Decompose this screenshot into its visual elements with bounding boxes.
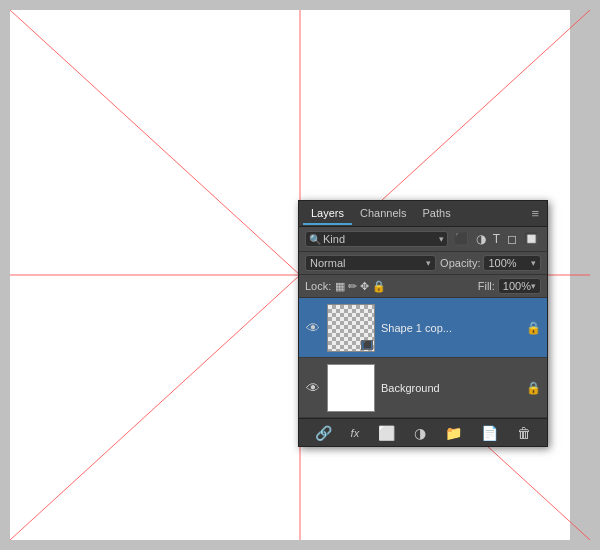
filter-type-icon[interactable]: T <box>491 231 502 247</box>
layer-name: Background <box>381 382 520 394</box>
layers-list: 👁 ⬛ Shape 1 cop... 🔒 👁 Background 🔒 <box>299 298 547 418</box>
new-group-icon[interactable]: 📁 <box>441 423 466 443</box>
fill-wrap: Fill: 100% ▾ <box>478 278 541 294</box>
fill-label: Fill: <box>478 280 495 292</box>
panel-footer: 🔗 fx ⬜ ◑ 📁 📄 🗑 <box>299 418 547 446</box>
panel-blend-row: Normal ▾ Opacity: 100% ▾ <box>299 252 547 275</box>
panel-tabs: Layers Channels Paths ≡ <box>299 201 547 227</box>
panel-search-row: 🔍 Kind ▾ ⬛ ◑ T ◻ 🔲 <box>299 227 547 252</box>
blend-arrow-icon: ▾ <box>426 258 431 268</box>
lock-artboard-icon[interactable]: ✥ <box>360 280 369 293</box>
lock-label: Lock: <box>305 280 331 292</box>
tab-layers[interactable]: Layers <box>303 203 352 225</box>
kind-select-text: Kind <box>323 233 439 245</box>
fill-value-field[interactable]: 100% ▾ <box>498 278 541 294</box>
filter-shape-icon[interactable]: ◻ <box>505 231 519 247</box>
layer-thumb-white <box>328 365 374 411</box>
tab-channels[interactable]: Channels <box>352 203 414 225</box>
layer-thumbnail <box>327 364 375 412</box>
new-layer-icon[interactable]: 📄 <box>477 423 502 443</box>
layer-visibility-icon[interactable]: 👁 <box>305 320 321 336</box>
thumb-shape-indicator: ⬛ <box>361 340 373 350</box>
opacity-arrow-icon: ▾ <box>531 258 536 268</box>
layer-visibility-icon[interactable]: 👁 <box>305 380 321 396</box>
panel-lock-row: Lock: ▦ ✏ ✥ 🔒 Fill: 100% ▾ <box>299 275 547 298</box>
layers-panel: Layers Channels Paths ≡ 🔍 Kind ▾ ⬛ ◑ T ◻… <box>298 200 548 447</box>
filter-icons: ⬛ ◑ T ◻ 🔲 <box>452 231 541 247</box>
blend-mode-value: Normal <box>310 257 426 269</box>
tab-paths[interactable]: Paths <box>415 203 459 225</box>
layer-thumbnail: ⬛ <box>327 304 375 352</box>
opacity-label: Opacity: <box>440 257 480 269</box>
opacity-wrap: Opacity: 100% ▾ <box>440 255 541 271</box>
filter-smart-icon[interactable]: 🔲 <box>522 231 541 247</box>
layer-row[interactable]: 👁 Background 🔒 <box>299 358 547 418</box>
layer-name: Shape 1 cop... <box>381 322 520 334</box>
link-layers-icon[interactable]: 🔗 <box>311 423 336 443</box>
fill-value: 100% <box>503 280 531 292</box>
kind-select-wrap[interactable]: 🔍 Kind ▾ <box>305 231 448 247</box>
opacity-value: 100% <box>488 257 531 269</box>
layer-style-icon[interactable]: fx <box>347 425 364 441</box>
filter-adjustment-icon[interactable]: ◑ <box>474 231 488 247</box>
layer-row[interactable]: 👁 ⬛ Shape 1 cop... 🔒 <box>299 298 547 358</box>
layer-lock-icon: 🔒 <box>526 381 541 395</box>
kind-arrow-icon: ▾ <box>439 234 444 244</box>
blend-mode-select[interactable]: Normal ▾ <box>305 255 436 271</box>
add-mask-icon[interactable]: ⬜ <box>374 423 399 443</box>
fill-arrow-icon: ▾ <box>531 281 536 291</box>
opacity-value-field[interactable]: 100% ▾ <box>483 255 541 271</box>
filter-pixel-icon[interactable]: ⬛ <box>452 231 471 247</box>
lock-all-icon[interactable]: 🔒 <box>372 280 386 293</box>
lock-pixels-icon[interactable]: ▦ <box>335 280 345 293</box>
layer-lock-icon: 🔒 <box>526 321 541 335</box>
delete-layer-icon[interactable]: 🗑 <box>513 423 535 443</box>
lock-position-icon[interactable]: ✏ <box>348 280 357 293</box>
lock-icons: ▦ ✏ ✥ 🔒 <box>335 280 473 293</box>
search-icon: 🔍 <box>309 234 321 245</box>
adjustment-layer-icon[interactable]: ◑ <box>410 423 430 443</box>
panel-menu-icon[interactable]: ≡ <box>527 204 543 223</box>
